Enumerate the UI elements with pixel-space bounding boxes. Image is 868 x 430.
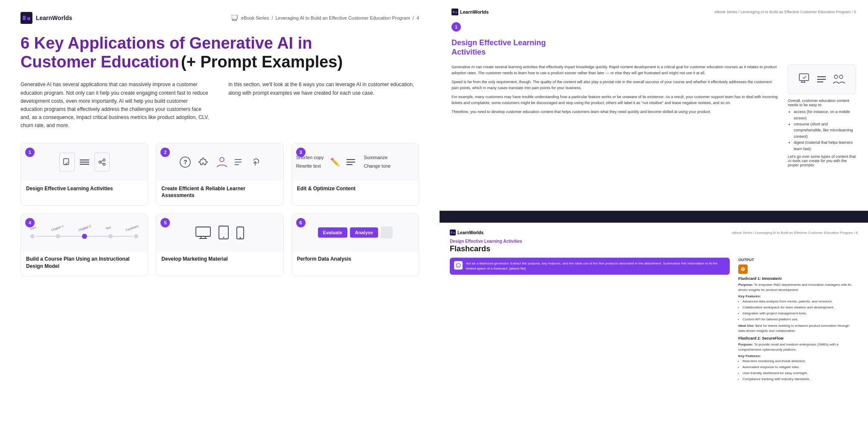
flashcard-2-key-features-label: Key Features:: [738, 354, 858, 359]
breadcrumb-slash1: /: [271, 15, 273, 20]
card-1: 1: [20, 143, 148, 206]
svg-rect-36: [455, 12, 457, 13]
rb-right: OUTPUT Flashcard 1: InnovateAI Purpose: …: [738, 258, 858, 384]
rb-header: LearnWorlds eBook Series / Leveraging AI…: [450, 230, 858, 235]
card-4-progress: Intro Chapter 1 Chapter 2 Test Feedback: [25, 227, 143, 239]
card-icon-share: [94, 153, 110, 171]
rb-prompt-text: Act as a flashcard generator. Extract th…: [466, 261, 725, 271]
left-panel: LearnWorlds eBook Series / Leveraging AI…: [0, 0, 440, 430]
card-3-title: Edit & Optimize Content: [297, 185, 414, 192]
right-para-2: Speed is far from the only requirement, …: [451, 79, 779, 91]
card-4-title: Build a Course Plan Using an Instruction…: [26, 256, 143, 270]
lines-icon-2: [347, 158, 357, 166]
pencil-icon: ✏️: [330, 157, 340, 167]
svg-rect-45: [453, 232, 455, 234]
intro-left: Generative AI has several applications t…: [20, 81, 211, 130]
breadcrumb-title: Leveraging AI to Build an Effective Cust…: [276, 15, 410, 20]
card-6-body: Perform Data Analysis: [292, 251, 419, 269]
feature-3: Integration with project management tool…: [743, 311, 858, 316]
upload-cloud-icon: [250, 157, 260, 167]
card-4: 4 Intro Chapter 1 Chapter 2 Test Feedbac…: [20, 213, 148, 276]
right-bottom: LearnWorlds eBook Series / Leveraging AI…: [440, 223, 868, 430]
svg-point-13: [99, 161, 101, 163]
rb-title: Flashcards: [450, 244, 858, 253]
card-4-body: Build a Course Plan Using an Instruction…: [21, 251, 148, 276]
svg-rect-2: [27, 17, 30, 20]
f2-feature-2: Automated response to mitigate risks.: [743, 365, 858, 370]
flashcard-1-purpose: Purpose: To empower R&D departments and …: [738, 282, 858, 293]
card-5-title: Develop Marketing Material: [161, 256, 278, 263]
page-title-black: (+ Prompt Examples): [181, 53, 343, 71]
svg-rect-44: [451, 231, 452, 234]
flashcard-2-purpose: Purpose: To provide small and medium ent…: [738, 342, 858, 352]
right-visual-column: Overall, customer education content need…: [788, 64, 856, 167]
svg-point-18: [220, 157, 224, 162]
svg-text:i: i: [457, 264, 458, 267]
svg-point-31: [223, 237, 224, 238]
rb-prompt-icon: i: [454, 261, 463, 270]
page-title-purple2: Customer Education: [20, 53, 179, 71]
breadcrumb: eBook Series / Leveraging AI to Build an…: [232, 15, 419, 21]
divider-bar: [440, 211, 868, 223]
rb-prompt-box: i Act as a flashcard generator. Extract …: [450, 258, 730, 275]
card-1-number: 1: [25, 148, 35, 157]
more-button[interactable]: [381, 227, 393, 238]
cards-grid: 1: [20, 143, 419, 276]
card-3-body: Edit & Optimize Content: [292, 181, 419, 198]
svg-point-12: [103, 163, 105, 165]
right-top-header: LearnWorlds eBook Series / Leveraging AI…: [451, 9, 856, 15]
analyse-button[interactable]: Analyse: [350, 227, 378, 238]
bullet-1: access (for instance, on a mobile screen…: [794, 109, 856, 121]
rb-logo: LearnWorlds: [450, 230, 484, 235]
right-para-1: Generative AI can create several learnin…: [451, 64, 779, 76]
card-1-icons: [59, 153, 110, 171]
lines-icon: [80, 159, 89, 166]
card-2-title: Create Efficient & Reliable Learner Asse…: [161, 185, 278, 200]
logo-text: LearnWorlds: [36, 15, 72, 21]
right-card-icon-1: [798, 73, 812, 86]
f2-feature-1: Real-time monitoring and threat detectio…: [743, 359, 858, 364]
question-icon: ?: [179, 156, 191, 168]
tablet-icon: [218, 225, 229, 240]
right-bullet-section: Overall, customer education content need…: [788, 99, 856, 167]
flashcard-1: Flashcard 1: InnovateAI Purpose: To empo…: [738, 276, 858, 334]
evaluate-button[interactable]: Evaluate: [318, 227, 347, 238]
bullet-3: digest (material that helps learners lea…: [794, 139, 856, 152]
svg-line-14: [101, 160, 103, 162]
breadcrumb-page: 4: [417, 15, 419, 20]
flashcard-1-features-list: Advanced data analysis from trends, pate…: [738, 299, 858, 322]
page-title-section: 6 Key Applications of Generative AI in C…: [20, 34, 419, 71]
intro-right: In this section, we'll look at the 6 way…: [228, 81, 419, 130]
rb-subtitle: Design Effective Learning Activities: [450, 239, 858, 244]
card-3-number: 3: [296, 148, 306, 157]
svg-line-15: [101, 163, 103, 164]
phone-icon: [236, 226, 245, 240]
flashcard-1-key-features-label: Key Features:: [738, 294, 858, 299]
f2-feature-4: Compliance tracking with industry standa…: [743, 377, 858, 382]
feature-4: Custom API for tailored platform use.: [743, 317, 858, 322]
svg-point-33: [239, 237, 241, 238]
card-6-title: Perform Data Analysis: [297, 256, 414, 263]
rb-left: i Act as a flashcard generator. Extract …: [450, 258, 730, 384]
rb-content: i Act as a flashcard generator. Extract …: [450, 258, 858, 384]
page-title-purple: 6 Key Applications of Generative AI in: [20, 34, 312, 52]
list-check-icon: [235, 158, 244, 166]
header-bar: LearnWorlds eBook Series / Leveraging AI…: [20, 12, 419, 24]
right-card-icon-3: [833, 73, 845, 85]
card-2: 2 ?: [156, 143, 283, 206]
flashcard-1-ideal-label: Ideal Use: Best for teams seeking to enh…: [738, 323, 858, 334]
card-5-image: 5: [156, 214, 283, 251]
rb-breadcrumb: eBook Series / Leveraging AI to Build an…: [732, 231, 858, 235]
card-3-image: 3 Shorten copy Rewrite text ✏️ Summarize: [292, 143, 419, 181]
right-logo: LearnWorlds: [451, 9, 489, 15]
svg-rect-1: [23, 16, 26, 20]
svg-point-42: [834, 75, 838, 78]
card-5: 5: [156, 213, 283, 276]
intro-columns: Generative AI has several applications t…: [20, 81, 419, 130]
right-para-3: For example, many customers may have tro…: [451, 94, 779, 106]
svg-rect-26: [196, 227, 210, 236]
card-1-body: Design Effective Learning Activities: [21, 181, 148, 198]
card-6-number: 6: [296, 218, 306, 227]
person-icon: [215, 156, 229, 168]
bullet-2: consume (short and comprehensible, like …: [794, 121, 856, 139]
